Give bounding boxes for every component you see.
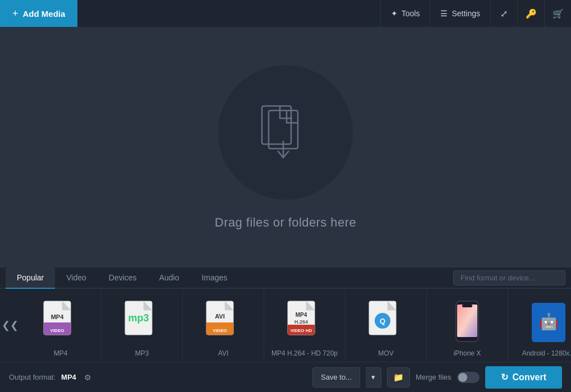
settings-icon: ☰ xyxy=(440,9,448,18)
scroll-left-button[interactable]: ❮❮ xyxy=(0,289,20,362)
format-item-iphonex[interactable]: iPhone X xyxy=(427,289,508,362)
output-format-value: MP4 xyxy=(61,373,76,381)
tab-video[interactable]: Video xyxy=(55,268,98,289)
format-icon-avi: AVI VIDEO xyxy=(201,298,246,346)
search-icon: 🔑 xyxy=(526,8,537,19)
format-icon-iphonex xyxy=(445,298,490,346)
svg-text:mp3: mp3 xyxy=(128,312,149,324)
format-label-mp4hd: MP4 H.264 - HD 720p xyxy=(271,349,338,357)
svg-text:MP4: MP4 xyxy=(51,313,65,320)
plus-icon: + xyxy=(12,8,19,20)
topbar-actions: ✦ Tools ☰ Settings ⤢ 🔑 🛒 xyxy=(380,0,571,27)
share-icon: ⤢ xyxy=(500,8,508,19)
dropzone-text: Drag files or folders here xyxy=(215,215,356,230)
format-list-wrapper: ❮❮ MP4 VIDEO MP4 xyxy=(0,289,571,362)
settings-button[interactable]: ☰ Settings xyxy=(430,0,490,27)
save-to-button[interactable]: Save to... xyxy=(312,367,360,388)
svg-text:Q: Q xyxy=(380,317,385,325)
format-icon-android: 🤖 xyxy=(526,298,571,346)
format-item-mp3[interactable]: mp3 MP3 xyxy=(102,289,183,362)
svg-text:VIDEO: VIDEO xyxy=(213,328,227,333)
convert-button[interactable]: ↻ Convert xyxy=(485,366,562,389)
format-item-avi[interactable]: AVI VIDEO AVI xyxy=(183,289,264,362)
svg-text:🤖: 🤖 xyxy=(539,312,559,331)
dropzone[interactable]: Drag files or folders here xyxy=(0,27,571,268)
format-item-mp4[interactable]: MP4 VIDEO MP4 xyxy=(20,289,102,362)
format-item-android[interactable]: 🤖 Android - 1280x... xyxy=(508,289,571,362)
format-tabs: Popular Video Devices Audio Images xyxy=(0,268,571,289)
format-label-mov: MOV xyxy=(378,349,393,357)
bottombar: Output format: MP4 ⚙ Save to... ▾ 📁 Merg… xyxy=(0,362,571,392)
settings-label: Settings xyxy=(452,9,480,18)
add-media-label: Add Media xyxy=(23,9,66,19)
tab-images[interactable]: Images xyxy=(190,268,238,289)
format-section: Popular Video Devices Audio Images ❮❮ MP… xyxy=(0,268,571,362)
format-label-android: Android - 1280x... xyxy=(522,349,571,357)
format-item-mov[interactable]: Q MOV xyxy=(346,289,427,362)
add-media-button[interactable]: + Add Media xyxy=(0,0,77,27)
save-to-label: Save to... xyxy=(321,373,352,381)
tools-icon: ✦ xyxy=(391,9,398,18)
merge-files-toggle[interactable] xyxy=(457,372,480,383)
svg-rect-28 xyxy=(457,305,477,337)
tab-audio[interactable]: Audio xyxy=(148,268,191,289)
format-icon-mov: Q xyxy=(363,298,408,346)
tools-button[interactable]: ✦ Tools xyxy=(380,0,430,27)
dropzone-circle xyxy=(218,65,353,200)
format-icon-mp3: mp3 xyxy=(119,298,164,346)
format-item-mp4hd[interactable]: MP4 H.264 VIDEO HD MP4 H.264 - HD 720p xyxy=(264,289,346,362)
tab-popular[interactable]: Popular xyxy=(6,268,55,289)
svg-text:VIDEO: VIDEO xyxy=(50,328,65,333)
svg-text:VIDEO HD: VIDEO HD xyxy=(291,328,312,333)
chevron-down-icon: ▾ xyxy=(371,373,375,381)
convert-label: Convert xyxy=(513,372,546,382)
folder-button[interactable]: 📁 xyxy=(387,367,410,388)
output-settings-button[interactable]: ⚙ xyxy=(82,371,94,384)
share-button[interactable]: ⤢ xyxy=(490,0,517,27)
format-search-input[interactable] xyxy=(453,270,565,285)
dropzone-icon xyxy=(257,100,314,164)
tab-devices[interactable]: Devices xyxy=(98,268,148,289)
folder-icon: 📁 xyxy=(393,372,404,382)
gear-icon: ⚙ xyxy=(84,373,91,382)
format-label-mp4: MP4 xyxy=(54,349,68,357)
svg-rect-29 xyxy=(462,305,472,307)
format-icon-mp4hd: MP4 H.264 VIDEO HD xyxy=(282,298,327,346)
tools-label: Tools xyxy=(402,9,420,18)
merge-files-label: Merge files xyxy=(416,373,452,381)
format-label-mp3: MP3 xyxy=(135,349,149,357)
cart-button[interactable]: 🛒 xyxy=(544,0,571,27)
format-list: MP4 VIDEO MP4 mp3 MP3 xyxy=(20,289,571,362)
output-format-label: Output format: xyxy=(9,373,56,381)
topbar: + Add Media ✦ Tools ☰ Settings ⤢ 🔑 🛒 xyxy=(0,0,571,27)
svg-text:H.264: H.264 xyxy=(294,319,308,325)
cart-icon: 🛒 xyxy=(552,8,564,19)
format-label-iphonex: iPhone X xyxy=(454,349,481,357)
svg-text:AVI: AVI xyxy=(215,313,225,320)
search-button[interactable]: 🔑 xyxy=(517,0,544,27)
format-label-avi: AVI xyxy=(218,349,228,357)
format-icon-mp4: MP4 VIDEO xyxy=(38,298,83,346)
svg-text:MP4: MP4 xyxy=(296,312,307,318)
save-to-dropdown-button[interactable]: ▾ xyxy=(366,367,381,388)
convert-icon: ↻ xyxy=(501,372,508,382)
